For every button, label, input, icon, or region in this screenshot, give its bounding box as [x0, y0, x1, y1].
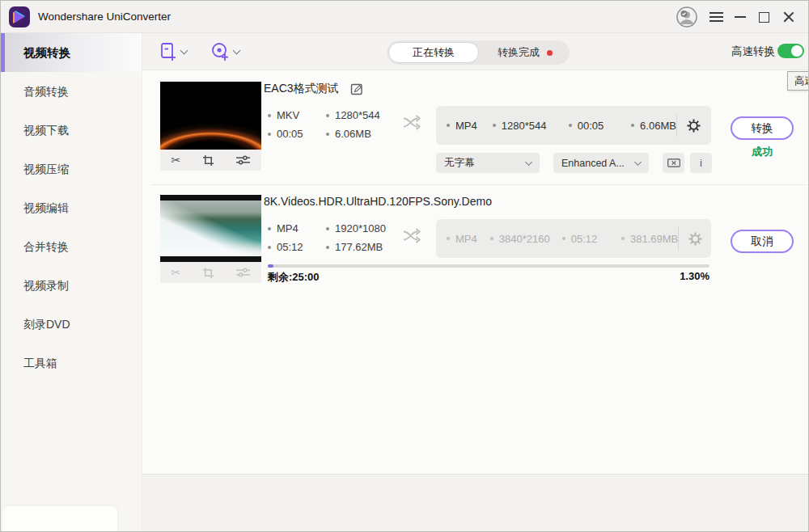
progress-fill — [268, 264, 273, 268]
maximize-button[interactable] — [759, 12, 769, 23]
task2-title-row: 8K.Videos.HDR.UltraHD.120FPS.Sony.Demo — [264, 195, 492, 208]
task2-source-info: MP4 1920*1080 05:12 177.62MB — [268, 222, 386, 253]
menu-icon[interactable] — [709, 12, 723, 22]
add-disc-chevron-icon[interactable] — [233, 47, 241, 55]
app-title: Wondershare UniConverter — [38, 1, 171, 33]
sidebar-item-screen-record[interactable]: 视频录制 — [1, 266, 142, 305]
add-file-icon[interactable] — [160, 42, 178, 65]
minimize-button[interactable] — [735, 16, 746, 18]
notification-dot — [547, 50, 553, 56]
sidebar-item-video-download[interactable]: 视频下载 — [1, 111, 142, 150]
task2-src-format: MP4 — [277, 222, 299, 234]
tab-finished[interactable]: 转换完成 — [481, 40, 570, 65]
sidebar: 视频转换 音频转换 视频下载 视频压缩 视频编辑 合并转换 视频录制 刻录DVD… — [1, 33, 142, 532]
sidebar-item-video-convert[interactable]: 视频转换 — [1, 33, 142, 72]
task1-title-row: EAC3格式测试 — [264, 82, 363, 96]
convert-direction-icon — [403, 114, 425, 131]
task2-src-duration: 05:12 — [277, 241, 303, 253]
task2-title: 8K.Videos.HDR.UltraHD.120FPS.Sony.Demo — [264, 195, 492, 208]
effects-icon[interactable] — [236, 154, 250, 166]
crop-icon-disabled — [202, 267, 214, 279]
task1-source-info: MKV 1280*544 00:05 6.06MB — [268, 109, 380, 140]
task1-edit-toolbar: ✂ — [160, 150, 261, 171]
play-triangle-icon — [15, 11, 24, 23]
task1-src-resolution: 1280*544 — [335, 109, 380, 121]
toggle-knob — [791, 45, 803, 57]
task2-target-info: MP4 3840*2160 05:12 381.69MB — [436, 219, 711, 258]
fast-convert-label: 高速转换 — [731, 44, 775, 59]
progress-labels: 剩余:25:00 1.30% — [268, 270, 709, 285]
account-avatar-icon[interactable] — [676, 6, 697, 27]
remaining-time: 剩余:25:00 — [268, 270, 320, 285]
task2-tgt-duration: 05:12 — [571, 233, 598, 245]
close-button[interactable] — [782, 11, 795, 23]
progress-bar — [268, 264, 709, 268]
tab-finished-label: 转换完成 — [498, 45, 540, 60]
task1-audio-select[interactable]: Enhanced A... — [553, 153, 649, 173]
app-window: Wondershare UniConverter 视频转换 音频转换 视频下载 … — [0, 0, 809, 532]
task1-src-size: 6.06MB — [335, 128, 371, 140]
titlebar: Wondershare UniConverter — [1, 1, 808, 33]
tab-converting[interactable]: 正在转换 — [388, 42, 479, 63]
task1-src-duration: 00:05 — [277, 128, 303, 140]
task1-tgt-resolution: 1280*544 — [502, 120, 547, 132]
task1-settings-gear-icon[interactable] — [677, 119, 711, 133]
sidebar-item-burn-dvd[interactable]: 刻录DVD — [1, 305, 142, 344]
task1-tgt-duration: 00:05 — [578, 120, 604, 132]
audio-select-value: Enhanced A... — [561, 158, 625, 169]
task2-tgt-size: 381.69MB — [630, 233, 678, 245]
chevron-down-icon — [634, 158, 642, 166]
task2-settings-gear-icon — [679, 232, 711, 246]
task2-thumbnail[interactable] — [160, 195, 261, 262]
app-logo-icon — [9, 6, 30, 27]
task1-tgt-format: MP4 — [455, 120, 477, 132]
task1-target-info: MP4 1280*544 00:05 6.06MB — [436, 106, 711, 145]
sidebar-item-video-compress[interactable]: 视频压缩 — [1, 150, 142, 188]
corner-panel — [2, 506, 117, 532]
task1-subtitle-select[interactable]: 无字幕 — [436, 153, 540, 173]
task2-tgt-format: MP4 — [455, 233, 477, 245]
info-icon: i — [700, 157, 702, 169]
fast-convert-toggle[interactable] — [777, 44, 804, 58]
fast-convert-tooltip: 高速转换 — [787, 71, 809, 91]
sidebar-item-video-edit[interactable]: 视频编辑 — [1, 188, 142, 227]
row-separator — [150, 184, 808, 185]
effects-icon-disabled — [236, 267, 250, 278]
task1-info-button[interactable]: i — [690, 153, 712, 173]
trim-icon[interactable]: ✂ — [172, 154, 181, 166]
chevron-down-icon — [525, 158, 532, 166]
subtitle-select-value: 无字幕 — [444, 156, 475, 170]
task2-tgt-resolution: 3840*2160 — [499, 233, 550, 245]
task1-convert-button[interactable]: 转换 — [731, 116, 794, 140]
progress-percent: 1.30% — [680, 270, 709, 285]
sidebar-item-audio-convert[interactable]: 音频转换 — [1, 72, 142, 111]
task2-src-size: 177.62MB — [335, 241, 383, 253]
rename-icon[interactable] — [350, 82, 363, 95]
task1-title: EAC3格式测试 — [264, 82, 339, 96]
task2-edit-toolbar: ✂ — [160, 262, 261, 283]
sidebar-item-toolbox[interactable]: 工具箱 — [1, 344, 142, 382]
task1-tgt-size: 6.06MB — [640, 120, 676, 132]
task2-src-resolution: 1920*1080 — [335, 222, 386, 234]
convert-tabs: 正在转换 转换完成 — [387, 40, 570, 65]
footer-bar: 输出格式: MP4 Video 合并全部文件 输出文件夹: E:\Wonders… — [142, 474, 809, 532]
trim-icon-disabled: ✂ — [172, 267, 181, 278]
task1-src-format: MKV — [277, 109, 299, 121]
toolbar: 正在转换 转换完成 高速转换 — [142, 33, 809, 70]
task1-thumbnail[interactable] — [160, 82, 261, 150]
add-disc-icon[interactable] — [211, 42, 231, 65]
crop-icon[interactable] — [202, 154, 214, 167]
sidebar-item-merge-convert[interactable]: 合并转换 — [1, 227, 142, 266]
tab-converting-label: 正在转换 — [413, 45, 455, 60]
task1-status-success: 成功 — [731, 145, 794, 159]
task2-cancel-button[interactable]: 取消 — [731, 230, 794, 253]
task1-compress-button[interactable] — [663, 153, 684, 173]
add-file-chevron-icon[interactable] — [180, 47, 188, 55]
convert-direction-icon — [403, 227, 425, 244]
